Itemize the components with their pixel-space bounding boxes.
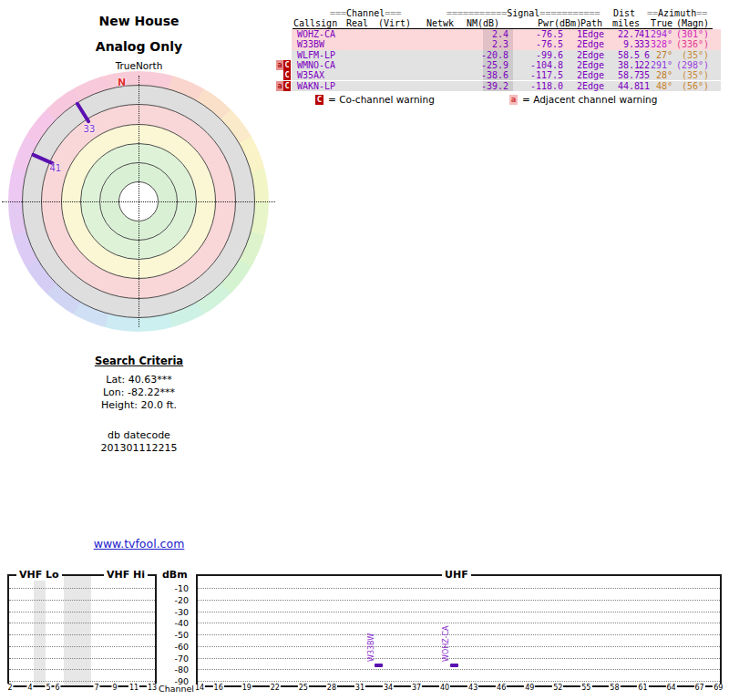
gridline xyxy=(198,634,720,635)
channel-group-header: ===Channel=== xyxy=(330,8,401,18)
co-channel-badge: C xyxy=(283,70,291,80)
col-header-miles: miles xyxy=(612,18,640,28)
gridline xyxy=(198,646,720,647)
noise-margin-cell: -39.2 xyxy=(481,81,508,91)
gridline xyxy=(198,600,720,601)
gridline xyxy=(198,623,720,623)
signal-marker-label: WOHZ-CA xyxy=(442,625,450,662)
callsign-cell: WOHZ-CA xyxy=(297,29,335,39)
real-channel-cell: 11 xyxy=(639,81,650,91)
channel-tick-label: 16 xyxy=(213,684,224,692)
gridline xyxy=(198,681,720,682)
real-channel-cell: 22 xyxy=(639,60,650,70)
dbm-tick-label: -10 xyxy=(155,583,189,593)
true-north-label: TrueNorth xyxy=(0,60,278,71)
gridline xyxy=(198,669,720,670)
true-azimuth-cell: 328° xyxy=(651,39,673,49)
gridline xyxy=(9,646,155,647)
true-azimuth-cell: 48° xyxy=(656,81,673,91)
path-cell: 2Edge xyxy=(577,60,604,70)
gridline xyxy=(9,669,155,670)
gridline xyxy=(9,623,155,623)
dbm-tick-label: -40 xyxy=(155,618,189,628)
signal-marker xyxy=(375,664,383,667)
power-cell: -104.8 xyxy=(530,60,563,70)
magnetic-azimuth-cell: (35°) xyxy=(682,70,709,80)
co-channel-badge: C xyxy=(283,60,291,70)
table-row: WLFM-LP6-20.8-99.62Edge58.527°(35°) xyxy=(292,50,721,60)
signal-strength-chart: VHF Lo VHF Hi UHF dBm Channel -10-20-30-… xyxy=(0,565,729,700)
gridline xyxy=(9,612,155,612)
gridline xyxy=(9,634,155,635)
channel-tick-label: 61 xyxy=(637,684,648,692)
power-cell: -76.5 xyxy=(536,29,563,39)
dbm-tick-label: -20 xyxy=(155,595,189,605)
magnetic-azimuth-cell: (56°) xyxy=(682,81,709,91)
channel-tick-label: 4 xyxy=(26,684,33,692)
channel-tick-label: 22 xyxy=(270,684,281,692)
dbm-tick-label: -50 xyxy=(155,630,189,640)
noise-margin-cell: 2.3 xyxy=(492,39,508,49)
channel-tick-label: 28 xyxy=(326,684,337,692)
channel-tick-label: 52 xyxy=(552,684,563,692)
channel-tick-label: 11 xyxy=(128,684,139,692)
true-azimuth-cell: 291° xyxy=(651,60,673,70)
true-azimuth-cell: 27° xyxy=(656,50,673,60)
power-cell: -99.6 xyxy=(536,50,563,60)
dbm-tick-label: -90 xyxy=(155,676,189,686)
callsign-cell: WLFM-LP xyxy=(297,50,335,60)
crosshair-vertical xyxy=(139,76,139,327)
gridline xyxy=(9,681,155,682)
magnetic-azimuth-cell: (298°) xyxy=(676,60,709,70)
col-header-virt: (Virt) xyxy=(378,18,411,28)
col-header-magn: (Magn) xyxy=(676,18,709,28)
channel-tick-label: 46 xyxy=(496,684,507,692)
station-channel-label: 33 xyxy=(84,124,96,134)
gridline xyxy=(198,588,720,589)
channel-tick-label: 64 xyxy=(665,684,676,692)
callsign-cell: W33BW xyxy=(297,39,324,49)
channel-tick-label: 2 xyxy=(6,684,13,692)
table-row: WOHZ-CA412.4-76.51Edge22.7294°(301°) xyxy=(292,29,721,39)
distance-cell: 22.7 xyxy=(618,29,640,39)
table-row: WAKN-LP11-39.2-118.02Edge44.848°(56°)aC xyxy=(292,81,721,91)
path-cell: 2Edge xyxy=(577,70,604,80)
gridline xyxy=(9,588,155,589)
gridline xyxy=(9,658,155,659)
tvfool-link[interactable]: www.tvfool.com xyxy=(0,537,278,551)
col-header-real: Real xyxy=(346,18,368,28)
vhf-hi-label: VHF Hi xyxy=(104,569,148,581)
real-channel-cell: 35 xyxy=(639,70,650,80)
db-datecode-label: db datecode xyxy=(0,429,278,441)
col-header-netwk: Netwk xyxy=(426,18,454,28)
channel-tick-label: 34 xyxy=(383,684,394,692)
real-channel-cell: 6 xyxy=(644,50,650,60)
magnetic-azimuth-cell: (35°) xyxy=(682,50,709,60)
callsign-cell: WAKN-LP xyxy=(297,81,335,91)
gridline xyxy=(198,658,720,659)
channel-tick-label: 43 xyxy=(467,684,478,692)
real-channel-cell: 33 xyxy=(639,39,650,49)
gridline xyxy=(9,600,155,601)
distance-cell: 58.7 xyxy=(618,70,640,80)
dbm-tick-label: -70 xyxy=(155,654,189,664)
col-header-true: True xyxy=(651,18,673,28)
channel-tick-label: 31 xyxy=(354,684,365,692)
adjacent-channel-badge: a xyxy=(509,95,518,105)
distance-cell: 58.5 xyxy=(618,50,640,60)
search-criteria-title: Search Criteria xyxy=(0,355,278,367)
channel-tick-label: 49 xyxy=(524,684,535,692)
dbm-axis-label: dBm xyxy=(162,569,188,581)
page-title: New House xyxy=(0,14,278,28)
table-row: WMNO-CA22-25.9-104.82Edge38.1291°(298°)a… xyxy=(292,60,721,70)
adjacent-channel-legend-text: = Adjacent channel warning xyxy=(522,94,657,105)
uhf-label: UHF xyxy=(442,569,471,581)
true-azimuth-cell: 294° xyxy=(651,29,673,39)
channel-tick-label: 25 xyxy=(298,684,309,692)
vhf-lo-label: VHF Lo xyxy=(16,569,62,581)
power-cell: -76.5 xyxy=(536,39,563,49)
table-row: W33BW332.3-76.52Edge9.3328°(336°) xyxy=(292,39,721,49)
distance-cell: 44.8 xyxy=(618,81,640,91)
channel-tick-label: 40 xyxy=(439,684,450,692)
latitude-value: Lat: 40.63*** xyxy=(0,374,278,386)
